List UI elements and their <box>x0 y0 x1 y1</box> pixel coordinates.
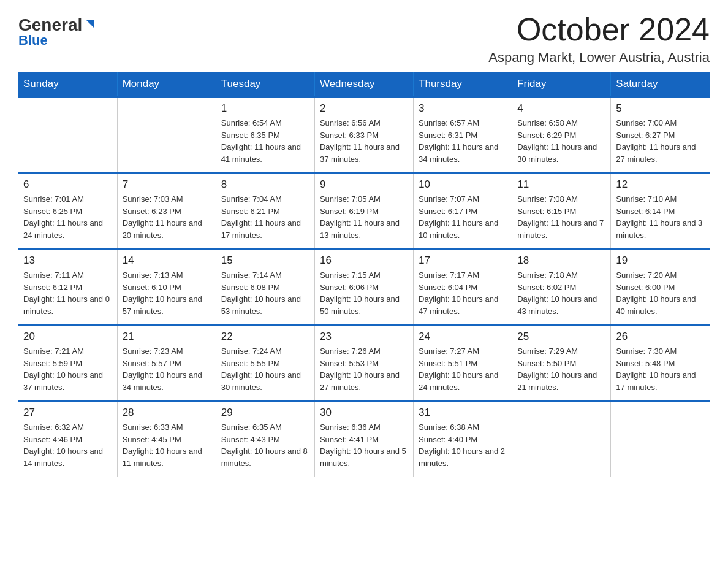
day-info: Sunrise: 6:38 AMSunset: 4:40 PMDaylight:… <box>419 421 507 469</box>
calendar-cell: 27Sunrise: 6:32 AMSunset: 4:46 PMDayligh… <box>18 401 117 477</box>
day-number: 30 <box>320 407 408 419</box>
calendar-cell: 20Sunrise: 7:21 AMSunset: 5:59 PMDayligh… <box>18 325 117 401</box>
logo-blue: Blue <box>18 33 48 48</box>
day-number: 14 <box>123 255 211 267</box>
day-number: 24 <box>419 331 507 343</box>
day-number: 29 <box>221 407 309 419</box>
location-title: Aspang Markt, Lower Austria, Austria <box>488 50 710 66</box>
weekday-header-friday: Friday <box>512 72 611 97</box>
weekday-header-sunday: Sunday <box>18 72 117 97</box>
calendar-cell: 24Sunrise: 7:27 AMSunset: 5:51 PMDayligh… <box>414 325 512 401</box>
day-number: 10 <box>419 178 507 191</box>
weekday-header-thursday: Thursday <box>414 72 512 97</box>
calendar-cell: 28Sunrise: 6:33 AMSunset: 4:45 PMDayligh… <box>117 401 216 477</box>
day-info: Sunrise: 7:08 AMSunset: 6:15 PMDaylight:… <box>517 193 605 241</box>
day-info: Sunrise: 6:33 AMSunset: 4:45 PMDaylight:… <box>123 421 211 469</box>
calendar-cell: 22Sunrise: 7:24 AMSunset: 5:55 PMDayligh… <box>216 325 314 401</box>
day-info: Sunrise: 6:57 AMSunset: 6:31 PMDaylight:… <box>419 117 507 165</box>
calendar-cell: 10Sunrise: 7:07 AMSunset: 6:17 PMDayligh… <box>414 173 512 249</box>
calendar-cell: 16Sunrise: 7:15 AMSunset: 6:06 PMDayligh… <box>314 249 413 325</box>
calendar-cell: 19Sunrise: 7:20 AMSunset: 6:00 PMDayligh… <box>611 249 710 325</box>
day-info: Sunrise: 7:26 AMSunset: 5:53 PMDaylight:… <box>320 345 408 393</box>
day-number: 22 <box>221 331 309 343</box>
weekday-header-wednesday: Wednesday <box>314 72 413 97</box>
day-number: 16 <box>320 255 408 267</box>
day-info: Sunrise: 7:13 AMSunset: 6:10 PMDaylight:… <box>123 269 211 317</box>
day-number: 11 <box>517 178 605 191</box>
day-number: 20 <box>23 331 112 343</box>
calendar-cell: 9Sunrise: 7:05 AMSunset: 6:19 PMDaylight… <box>314 173 413 249</box>
calendar-cell: 26Sunrise: 7:30 AMSunset: 5:48 PMDayligh… <box>611 325 710 401</box>
day-info: Sunrise: 7:24 AMSunset: 5:55 PMDaylight:… <box>221 345 309 393</box>
calendar-cell: 5Sunrise: 7:00 AMSunset: 6:27 PMDaylight… <box>611 97 710 173</box>
week-row-3: 13Sunrise: 7:11 AMSunset: 6:12 PMDayligh… <box>18 249 710 325</box>
day-info: Sunrise: 7:14 AMSunset: 6:08 PMDaylight:… <box>221 269 309 317</box>
day-number: 2 <box>320 102 408 115</box>
calendar-cell: 18Sunrise: 7:18 AMSunset: 6:02 PMDayligh… <box>512 249 611 325</box>
calendar-cell: 13Sunrise: 7:11 AMSunset: 6:12 PMDayligh… <box>18 249 117 325</box>
day-number: 4 <box>517 102 605 115</box>
day-info: Sunrise: 7:05 AMSunset: 6:19 PMDaylight:… <box>320 193 408 241</box>
day-info: Sunrise: 7:30 AMSunset: 5:48 PMDaylight:… <box>616 345 705 393</box>
day-info: Sunrise: 6:32 AMSunset: 4:46 PMDaylight:… <box>23 421 112 469</box>
calendar-cell: 3Sunrise: 6:57 AMSunset: 6:31 PMDaylight… <box>414 97 512 173</box>
calendar-cell: 15Sunrise: 7:14 AMSunset: 6:08 PMDayligh… <box>216 249 314 325</box>
calendar-cell: 2Sunrise: 6:56 AMSunset: 6:33 PMDaylight… <box>314 97 413 173</box>
day-number: 13 <box>23 255 112 267</box>
calendar-cell <box>117 97 216 173</box>
day-number: 8 <box>221 178 309 191</box>
day-info: Sunrise: 7:11 AMSunset: 6:12 PMDaylight:… <box>23 269 112 317</box>
weekday-header-saturday: Saturday <box>611 72 710 97</box>
week-row-1: 1Sunrise: 6:54 AMSunset: 6:35 PMDaylight… <box>18 97 710 173</box>
day-info: Sunrise: 7:00 AMSunset: 6:27 PMDaylight:… <box>616 117 705 165</box>
calendar-table: SundayMondayTuesdayWednesdayThursdayFrid… <box>18 72 710 477</box>
day-info: Sunrise: 7:07 AMSunset: 6:17 PMDaylight:… <box>419 193 507 241</box>
day-number: 19 <box>616 255 705 267</box>
svg-marker-0 <box>86 20 94 28</box>
weekday-header-tuesday: Tuesday <box>216 72 314 97</box>
calendar-cell: 1Sunrise: 6:54 AMSunset: 6:35 PMDaylight… <box>216 97 314 173</box>
weekday-header-row: SundayMondayTuesdayWednesdayThursdayFrid… <box>18 72 710 97</box>
day-info: Sunrise: 7:03 AMSunset: 6:23 PMDaylight:… <box>123 193 211 241</box>
day-info: Sunrise: 7:17 AMSunset: 6:04 PMDaylight:… <box>419 269 507 317</box>
calendar-cell: 23Sunrise: 7:26 AMSunset: 5:53 PMDayligh… <box>314 325 413 401</box>
calendar-cell: 30Sunrise: 6:36 AMSunset: 4:41 PMDayligh… <box>314 401 413 477</box>
calendar-cell: 7Sunrise: 7:03 AMSunset: 6:23 PMDaylight… <box>117 173 216 249</box>
week-row-4: 20Sunrise: 7:21 AMSunset: 5:59 PMDayligh… <box>18 325 710 401</box>
day-info: Sunrise: 6:56 AMSunset: 6:33 PMDaylight:… <box>320 117 408 165</box>
logo: General Blue <box>18 15 97 48</box>
day-info: Sunrise: 6:54 AMSunset: 6:35 PMDaylight:… <box>221 117 309 165</box>
day-info: Sunrise: 7:18 AMSunset: 6:02 PMDaylight:… <box>517 269 605 317</box>
calendar-cell: 25Sunrise: 7:29 AMSunset: 5:50 PMDayligh… <box>512 325 611 401</box>
week-row-5: 27Sunrise: 6:32 AMSunset: 4:46 PMDayligh… <box>18 401 710 477</box>
day-number: 12 <box>616 178 705 191</box>
calendar-cell: 31Sunrise: 6:38 AMSunset: 4:40 PMDayligh… <box>414 401 512 477</box>
day-number: 7 <box>123 178 211 191</box>
day-info: Sunrise: 7:23 AMSunset: 5:57 PMDaylight:… <box>123 345 211 393</box>
day-number: 9 <box>320 178 408 191</box>
day-info: Sunrise: 7:15 AMSunset: 6:06 PMDaylight:… <box>320 269 408 317</box>
calendar-cell <box>611 401 710 477</box>
day-number: 3 <box>419 102 507 115</box>
day-info: Sunrise: 6:36 AMSunset: 4:41 PMDaylight:… <box>320 421 408 469</box>
day-info: Sunrise: 7:10 AMSunset: 6:14 PMDaylight:… <box>616 193 705 241</box>
day-number: 31 <box>419 407 507 419</box>
calendar-cell: 6Sunrise: 7:01 AMSunset: 6:25 PMDaylight… <box>18 173 117 249</box>
calendar-cell: 21Sunrise: 7:23 AMSunset: 5:57 PMDayligh… <box>117 325 216 401</box>
weekday-header-monday: Monday <box>117 72 216 97</box>
day-number: 25 <box>517 331 605 343</box>
day-number: 27 <box>23 407 112 419</box>
calendar-cell: 17Sunrise: 7:17 AMSunset: 6:04 PMDayligh… <box>414 249 512 325</box>
day-number: 28 <box>123 407 211 419</box>
calendar-cell: 8Sunrise: 7:04 AMSunset: 6:21 PMDaylight… <box>216 173 314 249</box>
day-info: Sunrise: 6:35 AMSunset: 4:43 PMDaylight:… <box>221 421 309 469</box>
day-info: Sunrise: 7:27 AMSunset: 5:51 PMDaylight:… <box>419 345 507 393</box>
week-row-2: 6Sunrise: 7:01 AMSunset: 6:25 PMDaylight… <box>18 173 710 249</box>
day-info: Sunrise: 7:29 AMSunset: 5:50 PMDaylight:… <box>517 345 605 393</box>
day-number: 1 <box>221 102 309 115</box>
calendar-cell: 14Sunrise: 7:13 AMSunset: 6:10 PMDayligh… <box>117 249 216 325</box>
day-number: 15 <box>221 255 309 267</box>
calendar-cell: 4Sunrise: 6:58 AMSunset: 6:29 PMDaylight… <box>512 97 611 173</box>
calendar-cell: 29Sunrise: 6:35 AMSunset: 4:43 PMDayligh… <box>216 401 314 477</box>
day-info: Sunrise: 7:21 AMSunset: 5:59 PMDaylight:… <box>23 345 112 393</box>
